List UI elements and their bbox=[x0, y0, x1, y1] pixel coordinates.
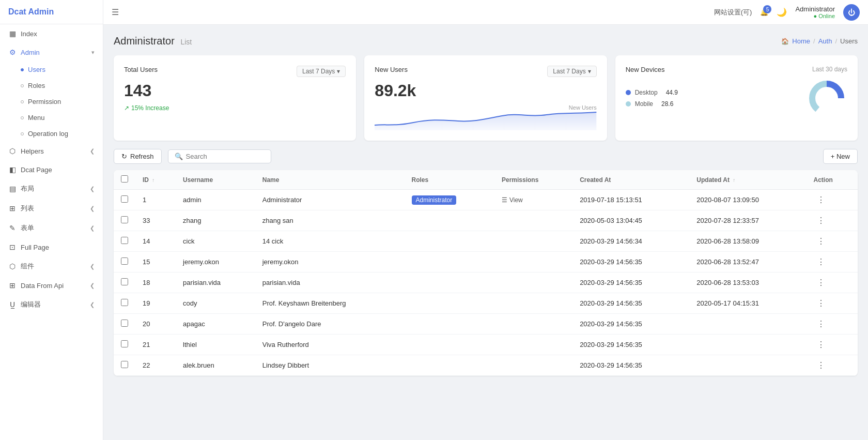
table-row: 14 cick 14 cick 2020-03-29 14:56:34 2020… bbox=[114, 231, 858, 252]
new-devices-header: New Devices Last 30 days bbox=[626, 66, 847, 73]
breadcrumb-home[interactable]: Home bbox=[792, 37, 810, 45]
action-menu-button[interactable]: ⋮ bbox=[814, 277, 828, 288]
row-checkbox[interactable] bbox=[121, 257, 128, 265]
api-icon: ⊞ bbox=[8, 281, 17, 290]
page-content: Administrator List 🏠 Home / Auth / Users bbox=[103, 25, 868, 440]
action-menu-button[interactable]: ⋮ bbox=[814, 256, 828, 267]
dark-mode-button[interactable]: 🌙 bbox=[777, 7, 787, 17]
action-menu-button[interactable]: ⋮ bbox=[814, 236, 828, 247]
sidebar-item-form[interactable]: ✎ 表单 ❮ bbox=[0, 218, 103, 238]
col-permissions: Permissions bbox=[494, 170, 572, 190]
row-created: 2020-03-29 14:56:35 bbox=[572, 252, 689, 272]
gear-icon: ⚙ bbox=[8, 48, 17, 56]
new-users-card: New Users Last 7 Days ▾ 89.2k New Users bbox=[364, 55, 607, 141]
refresh-button[interactable]: ↻ Refresh bbox=[114, 149, 162, 164]
devices-content: Desktop 44.9 Mobile 28.6 bbox=[626, 78, 847, 119]
row-checkbox[interactable] bbox=[121, 361, 128, 368]
permission-view: ☰ View bbox=[502, 196, 565, 204]
row-permission bbox=[494, 355, 572, 376]
total-users-title: Total Users bbox=[124, 66, 158, 73]
action-menu-button[interactable]: ⋮ bbox=[814, 339, 828, 350]
action-menu-button[interactable]: ⋮ bbox=[814, 298, 828, 309]
row-checkbox[interactable] bbox=[121, 320, 128, 327]
layout-icon: ▤ bbox=[8, 185, 17, 193]
row-checkbox[interactable] bbox=[121, 299, 128, 306]
row-updated bbox=[689, 314, 806, 335]
row-id: 15 bbox=[135, 252, 176, 272]
hamburger-icon[interactable]: ☰ bbox=[112, 7, 119, 17]
sidebar-sub-item-permission[interactable]: Permission bbox=[4, 94, 103, 110]
row-created: 2020-03-29 14:56:35 bbox=[572, 355, 689, 376]
row-id: 14 bbox=[135, 231, 176, 252]
helpers-icon: ⬡ bbox=[8, 147, 17, 155]
devices-legend: Desktop 44.9 Mobile 28.6 bbox=[626, 89, 678, 108]
row-action: ⋮ bbox=[807, 272, 858, 293]
sidebar-item-full-page[interactable]: ⊡ Full Page bbox=[0, 238, 103, 256]
row-checkbox[interactable] bbox=[121, 237, 128, 244]
row-username: alek.bruen bbox=[176, 355, 255, 376]
user-name: Administrator bbox=[795, 5, 835, 13]
col-name: Name bbox=[255, 170, 405, 190]
notification-button[interactable]: 🔔 5 bbox=[760, 8, 768, 16]
select-all-checkbox[interactable] bbox=[121, 175, 128, 183]
row-updated bbox=[689, 335, 806, 355]
row-checkbox[interactable] bbox=[121, 278, 128, 285]
new-users-period-btn[interactable]: Last 7 Days ▾ bbox=[547, 66, 596, 77]
search-input[interactable] bbox=[186, 153, 265, 160]
sidebar-item-component[interactable]: ⬡ 组件 ❮ bbox=[0, 256, 103, 276]
settings-link[interactable]: 网站设置(可) bbox=[714, 8, 752, 17]
row-created: 2020-03-29 14:56:35 bbox=[572, 335, 689, 355]
sidebar-item-admin[interactable]: ⚙ Admin ▾ bbox=[0, 43, 103, 62]
row-name: Viva Rutherford bbox=[255, 335, 405, 355]
new-users-period: Last 7 Days bbox=[553, 68, 585, 75]
row-role bbox=[405, 210, 494, 231]
col-id[interactable]: ID ↑ bbox=[135, 170, 176, 190]
row-created: 2020-03-29 14:56:34 bbox=[572, 231, 689, 252]
sidebar-dcat-label: Dcat Page bbox=[21, 166, 95, 174]
row-id: 20 bbox=[135, 314, 176, 335]
sidebar-layout-label: 布局 bbox=[21, 184, 86, 193]
row-name: jeremy.okon bbox=[255, 252, 405, 272]
row-checkbox-cell bbox=[114, 231, 135, 252]
sidebar-item-data-api[interactable]: ⊞ Data From Api ❮ bbox=[0, 276, 103, 295]
row-role bbox=[405, 335, 494, 355]
row-role: Administrator bbox=[405, 190, 494, 210]
total-users-change: ↗ 15% Increase bbox=[124, 104, 346, 112]
row-permission bbox=[494, 293, 572, 314]
power-button[interactable]: ⏻ bbox=[843, 4, 860, 21]
sidebar-item-list[interactable]: ⊞ 列表 ❮ bbox=[0, 199, 103, 218]
sidebar-item-editor[interactable]: U̲ 编辑器 ❮ bbox=[0, 295, 103, 314]
page-subtitle: List bbox=[180, 38, 192, 46]
sidebar-item-index[interactable]: ▦ Index bbox=[0, 24, 103, 43]
row-checkbox-cell bbox=[114, 190, 135, 210]
sidebar-item-dcat-page[interactable]: ◧ Dcat Page bbox=[0, 160, 103, 179]
total-users-header: Total Users Last 7 Days ▾ bbox=[124, 66, 346, 77]
sidebar-sub-label-roles: Roles bbox=[28, 82, 45, 89]
main-area: ☰ 网站设置(可) 🔔 5 🌙 Administrator ● Online ⏻ bbox=[103, 0, 868, 440]
sidebar-sub-item-roles[interactable]: Roles bbox=[4, 78, 103, 94]
sort-asc-icon2: ↑ bbox=[733, 177, 735, 183]
line-chart-svg bbox=[375, 104, 596, 130]
sidebar-item-layout[interactable]: ▤ 布局 ❮ bbox=[0, 179, 103, 199]
action-menu-button[interactable]: ⋮ bbox=[814, 360, 828, 371]
row-checkbox[interactable] bbox=[121, 340, 128, 347]
sidebar-item-helpers[interactable]: ⬡ Helpers ❮ bbox=[0, 142, 103, 160]
row-action: ⋮ bbox=[807, 190, 858, 210]
new-button[interactable]: + New bbox=[823, 149, 858, 164]
action-menu-button[interactable]: ⋮ bbox=[814, 318, 828, 329]
row-checkbox-cell bbox=[114, 252, 135, 272]
row-checkbox[interactable] bbox=[121, 195, 128, 203]
row-checkbox-cell bbox=[114, 314, 135, 335]
breadcrumb-auth[interactable]: Auth bbox=[818, 37, 832, 45]
sidebar-sub-item-menu[interactable]: Menu bbox=[4, 110, 103, 126]
total-users-period-btn[interactable]: Last 7 Days ▾ bbox=[297, 66, 346, 77]
row-action: ⋮ bbox=[807, 314, 858, 335]
action-menu-button[interactable]: ⋮ bbox=[814, 194, 828, 205]
row-checkbox[interactable] bbox=[121, 216, 128, 223]
select-all-cell bbox=[114, 170, 135, 190]
action-menu-button[interactable]: ⋮ bbox=[814, 215, 828, 226]
row-username: cody bbox=[176, 293, 255, 314]
sidebar-sub-item-users[interactable]: Users bbox=[4, 62, 103, 78]
sidebar-sub-item-operation-log[interactable]: Operation log bbox=[4, 126, 103, 142]
col-updated[interactable]: Updated At ↑ bbox=[689, 170, 806, 190]
